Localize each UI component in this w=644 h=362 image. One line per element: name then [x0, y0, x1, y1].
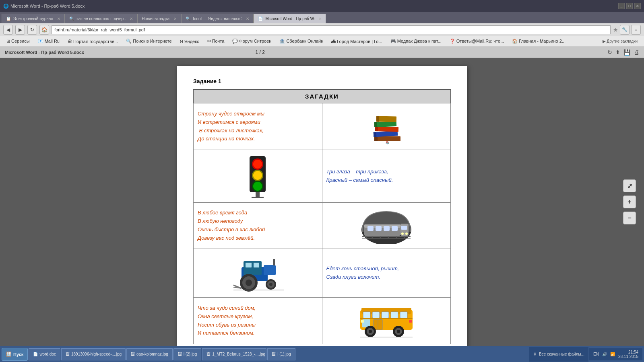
back-button[interactable]: ◀ [3, 25, 13, 35]
svg-point-47 [246, 280, 252, 286]
tab-2-close[interactable]: ✕ [130, 16, 133, 21]
taskbar-item-4[interactable]: 🖼 i (2).jpg [173, 348, 201, 360]
bookmark-yandex[interactable]: Я Яндекс [177, 38, 202, 45]
bookmark-marino[interactable]: 🏠 Главная - Марьино 2... [509, 38, 569, 45]
tabs-bar: 📋 Электронный журнал ✕ 🔍 как не полность… [0, 12, 644, 23]
svg-point-29 [401, 232, 404, 235]
tab-5[interactable]: 📄 Microsoft Word - Пр-раб Wo... ✕ [254, 14, 326, 23]
bookmark-mail[interactable]: ✉ Почта [204, 38, 228, 45]
table-header: ЗАГАДКИ [194, 90, 451, 103]
network-icon: 📶 [610, 352, 615, 356]
table-row: Три глаза – три приказа, Красный – самый… [194, 150, 451, 203]
svg-rect-8 [376, 116, 396, 122]
start-label: Пуск [13, 352, 23, 357]
bookmark-portal[interactable]: 🏛 Портал государстве... [64, 38, 121, 45]
bookmark-services[interactable]: ⊞ Сервисы [3, 38, 33, 45]
previous-page-icon[interactable]: ⬆ [615, 49, 620, 56]
taskbar-item-3-icon: 🖼 [131, 352, 135, 356]
maximize-button[interactable]: □ [626, 3, 633, 9]
taskbar-item-5-label: 1_MT2_Belarus_1523_-....jpg [212, 352, 265, 356]
taskbar-item-6[interactable]: 🖼 i (1).jpg [267, 348, 295, 360]
bookmark-sberbank[interactable]: 🏦 Сбербанк Онлайн [276, 38, 326, 45]
taskbar-item-1[interactable]: 📄 word.doc [29, 348, 60, 360]
taskbar-item-1-label: word.doc [39, 352, 56, 356]
subway-image [326, 207, 447, 245]
svg-rect-59 [391, 312, 398, 318]
table-row: В любое время года В любую непогоду Очен… [194, 203, 451, 249]
riddle-image-cell-3 [322, 203, 451, 249]
svg-rect-19 [252, 197, 264, 198]
time-display: 21:54 [618, 350, 638, 354]
riddle-text-cell-4: Едет конь стальной, рычит, Сзади плуги в… [322, 249, 451, 298]
tractor-image [198, 253, 318, 293]
tab-5-label: Microsoft Word - Пр-раб Wo... [265, 16, 314, 21]
extensions-button[interactable]: 🔧 [620, 25, 630, 35]
forward-button[interactable]: ▶ [15, 25, 25, 35]
taskbar-item-2[interactable]: 🖼 18913096-high-speed-....jpg [61, 348, 126, 360]
start-button[interactable]: 🪟 Пуск [2, 348, 28, 361]
taskbar-item-1-icon: 📄 [33, 352, 38, 356]
print-doc-icon[interactable]: 🖨 [634, 49, 639, 56]
downloads-label[interactable]: Все скачанные файлы... [539, 352, 584, 356]
refresh-button[interactable]: ↻ [27, 25, 37, 35]
tab-3[interactable]: Новая вкладка ✕ [137, 14, 181, 23]
riddle-image-cell-2 [194, 150, 322, 203]
fit-page-button[interactable]: ⤢ [623, 179, 636, 192]
tab-1-close[interactable]: ✕ [57, 16, 60, 21]
minimize-button[interactable]: _ [618, 3, 625, 9]
taskbar-item-3[interactable]: 🖼 oao-kolomnaz.jpg [126, 348, 173, 360]
menu-button[interactable]: ≡ [631, 25, 641, 35]
taskbar-item-4-icon: 🖼 [178, 352, 182, 356]
bookmark-search[interactable]: 🔍 Поиск в Интернете [123, 38, 175, 45]
zoom-out-button[interactable]: − [623, 212, 636, 224]
riddle-image-cell-4 [194, 249, 322, 298]
svg-point-30 [405, 232, 408, 235]
taskbar-item-5[interactable]: 🖼 1_MT2_Belarus_1523_-....jpg [202, 348, 266, 360]
bookmark-masters[interactable]: 🏙 Город Мастеров | Го... [328, 38, 385, 45]
tab-5-close[interactable]: ✕ [318, 16, 322, 21]
riddle-2-text: Три глаза – три приказа, Красный – самый… [326, 168, 447, 185]
svg-text:📚: 📚 [385, 141, 389, 144]
svg-point-17 [253, 182, 262, 191]
system-tray: EN 🔊 📶 21:54 28.11.2015 [589, 348, 642, 360]
bookmark-answers[interactable]: ❓ Ответы@Mail.Ru: что... [446, 38, 508, 45]
zadanie-title: Задание 1 [193, 78, 451, 84]
tab-4-icon: 🔍 [186, 16, 190, 21]
tab-3-close[interactable]: ✕ [173, 16, 177, 21]
tab-4[interactable]: 🔍 forinf — Яндекс: нашлось 2... ✕ [181, 14, 254, 23]
table-row: Что за чудо синий дом, Окна светлые круг… [194, 298, 451, 344]
tab-2[interactable]: 🔍 как не полностью подчер... ✕ [65, 14, 137, 23]
svg-rect-0 [374, 136, 400, 141]
riddle-4-text: Едет конь стальной, рычит, Сзади плуги в… [326, 265, 447, 282]
browser-icon: 🌐 [3, 4, 9, 9]
bookmark-modpak[interactable]: 🎮 Модпак Джова к пат... [387, 38, 445, 45]
svg-rect-41 [273, 259, 275, 265]
bus-image [326, 302, 447, 340]
svg-rect-40 [264, 265, 276, 275]
bookmark-forum[interactable]: 💬 Форум Ситроен [229, 38, 275, 45]
svg-point-13 [253, 160, 262, 169]
close-button[interactable]: ✕ [634, 3, 641, 9]
table-row: Едет конь стальной, рычит, Сзади плуги в… [194, 249, 451, 298]
tab-4-close[interactable]: ✕ [246, 16, 249, 21]
tab-1[interactable]: 📋 Электронный журнал ✕ [2, 14, 65, 23]
address-bar[interactable] [52, 25, 611, 34]
zoom-in-button[interactable]: + [623, 195, 636, 208]
page-counter: 1 / 2 [256, 49, 265, 55]
riddle-text-cell-2: Три глаза – три приказа, Красный – самый… [322, 150, 451, 203]
bookmark-more[interactable]: ▶ Другие закладки [599, 38, 641, 44]
refresh-doc-icon[interactable]: ↻ [607, 49, 612, 56]
svg-rect-64 [361, 320, 364, 323]
home-button[interactable]: 🏠 [39, 25, 49, 35]
taskbar: 🪟 Пуск 📄 word.doc 🖼 18913096-high-speed-… [0, 346, 644, 362]
save-doc-icon[interactable]: 💾 [623, 49, 630, 56]
system-clock: 21:54 28.11.2015 [618, 350, 638, 359]
books-image: 📚 [326, 107, 447, 146]
start-icon: 🪟 [6, 352, 12, 357]
svg-point-50 [269, 283, 272, 286]
tab-5-icon: 📄 [258, 16, 263, 21]
bookmark-star-icon[interactable]: ★ [613, 27, 618, 33]
bookmark-mailru[interactable]: 📧 Mail Ru [35, 38, 63, 45]
riddle-text-cell-1: Страну чудес откроем мы И встретимся с г… [194, 103, 322, 150]
taskbar-item-6-icon: 🖼 [272, 352, 276, 356]
